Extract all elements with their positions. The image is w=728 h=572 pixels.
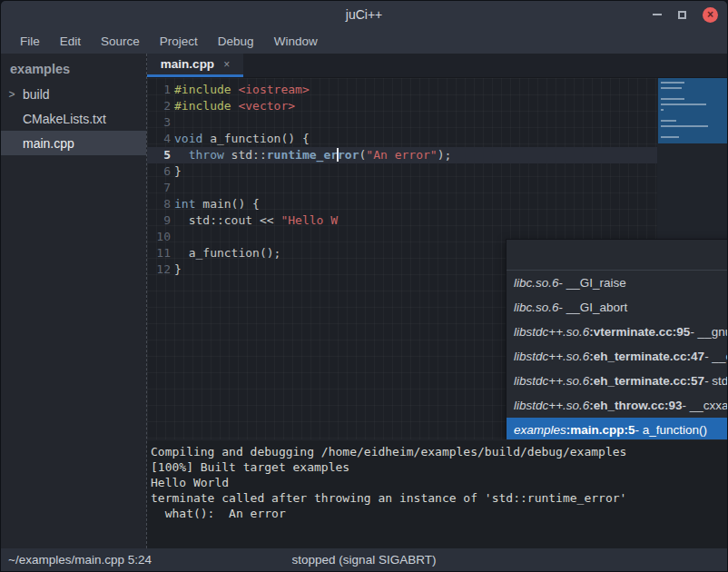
code-line: 2 #include <vector> [147,98,657,114]
line-number: 1 [147,82,171,98]
code-line: 7 [147,180,657,196]
editor-pane: main.cpp × 1 #include <iostream> 2 #incl… [146,54,727,548]
window-title: juCi++ [346,7,382,22]
line-number: 7 [147,180,171,196]
tabbar: main.cpp × [147,54,727,78]
close-icon[interactable]: × [703,7,718,23]
restore-icon[interactable] [678,11,686,19]
code-line: 4 void a_function() { [147,131,657,147]
tab-label: main.cpp [161,57,214,71]
tab-close-icon[interactable]: × [223,58,230,71]
backtrace-item[interactable]: libc.so.6 - __GI_raise [507,271,727,295]
code-editor[interactable]: 1 #include <iostream> 2 #include <vector… [147,78,727,439]
menubar: File Edit Source Project Debug Window [1,28,727,54]
code-line: 3 [147,114,657,131]
line-number: 8 [147,196,171,212]
terminal-line: Hello World [151,475,727,490]
file-tree-sidebar: examples > build CMakeLists.txt main.cpp [1,54,146,548]
debug-status: stopped (signal SIGABRT) [1,553,727,567]
code-line: 8 int main() { [147,196,657,212]
code-line: 1 #include <iostream> [147,82,657,98]
backtrace-list: libc.so.6 - __GI_raise libc.so.6 - __GI_… [507,271,727,439]
code-line: 9 std::cout << "Hello W [147,212,657,229]
project-name: examples [1,54,146,82]
code-line: 6 } [147,163,657,180]
sidebar-item-maincpp[interactable]: main.cpp [1,131,146,155]
menu-project[interactable]: Project [150,31,208,52]
terminal-line: Compiling and debugging /home/eidheim/ex… [151,444,727,459]
backtrace-item[interactable]: libstdc++.so.6:eh_terminate.cc:57 - std:… [507,369,727,393]
menu-window[interactable]: Window [264,31,328,52]
line-number: 5 [147,147,171,163]
line-number: 4 [147,131,171,147]
menu-debug[interactable]: Debug [208,31,264,52]
line-number: 3 [147,114,171,131]
menu-file[interactable]: File [10,31,50,52]
line-number: 12 [147,261,171,278]
minimize-icon[interactable] [653,14,662,15]
line-number: 9 [147,212,171,229]
backtrace-popup: libc.so.6 - __GI_raise libc.so.6 - __GI_… [506,239,727,439]
backtrace-item[interactable]: libstdc++.so.6:eh_throw.cc:93 - __cxxabi… [507,393,727,418]
line-number: 11 [147,245,171,261]
terminal-line: [100%] Built target examples [151,459,727,475]
main-area: examples > build CMakeLists.txt main.cpp… [1,54,727,548]
backtrace-item[interactable]: libstdc++.so.6:vterminate.cc:95 - __gnu_… [507,320,727,344]
minimap[interactable] [658,78,727,143]
window-controls: × [653,1,718,28]
chevron-right-icon[interactable]: > [1,88,23,101]
titlebar[interactable]: juCi++ × [1,1,727,28]
line-number: 2 [147,98,171,114]
line-number: 6 [147,163,171,180]
build-terminal[interactable]: Compiling and debugging /home/eidheim/ex… [147,439,727,548]
backtrace-item[interactable]: libc.so.6 - __GI_abort [507,295,727,320]
tree-item-label: main.cpp [23,136,74,151]
statusbar: stopped (signal SIGABRT) ~/examples/main… [1,548,727,571]
popup-search-input[interactable] [507,240,727,271]
app-window: juCi++ × File Edit Source Project Debug … [0,0,728,572]
backtrace-item[interactable]: libstdc++.so.6:eh_terminate.cc:47 - __cx… [507,344,727,369]
menu-edit[interactable]: Edit [50,31,91,52]
tab-maincpp[interactable]: main.cpp × [147,54,243,77]
backtrace-item-selected[interactable]: examples:main.cpp:5 - a_function() [507,418,727,439]
sidebar-item-build[interactable]: > build [1,82,146,106]
code-line-current: 5 throw std::runtime_error("An error"); [147,147,657,163]
terminal-line: what(): An error [151,506,727,521]
tree-item-label: CMakeLists.txt [23,112,106,126]
tree-item-label: build [23,87,50,102]
line-number: 10 [147,229,171,245]
menu-source[interactable]: Source [91,31,150,52]
sidebar-item-cmakelists[interactable]: CMakeLists.txt [1,106,146,131]
terminal-line: terminate called after throwing an insta… [151,490,727,506]
